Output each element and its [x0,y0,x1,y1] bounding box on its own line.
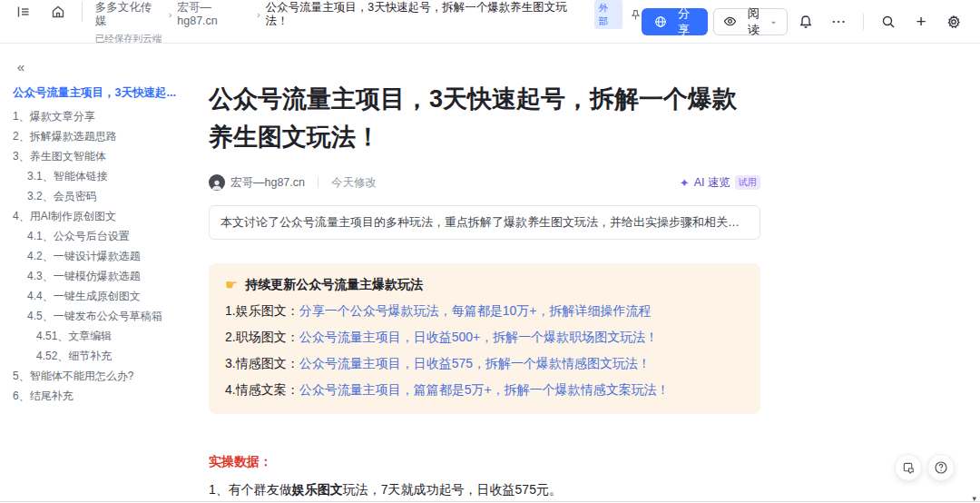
toc-item[interactable]: 4.51、文章编辑 [11,326,188,346]
pin-icon[interactable] [630,9,642,21]
globe-icon [654,15,667,28]
callout-block: ☛ 持续更新公众号流量主爆款玩法 1.娱乐图文：分享一个公众号爆款玩法，每篇都是… [209,263,760,414]
plus-glyph: + [916,12,926,32]
callout-item-prefix: 3.情感图文： [225,356,299,370]
data-line-post: 玩法，7天就成功起号，日收益575元。 [343,482,562,497]
callout-item-prefix: 2.职场图文： [225,330,299,344]
callout-item-prefix: 1.娱乐图文： [225,303,299,318]
last-modified: 今天修改 [331,175,377,191]
avatar [209,174,225,191]
outline-toggle-icon[interactable] [11,0,36,25]
callout-list-item: 2.职场图文：公众号流量主项目，日收益500+，拆解一个爆款职场图文玩法！ [225,327,744,347]
read-mode-label: 阅读 [741,5,765,38]
ai-preview-label: AI 速览 [694,175,730,191]
new-document-icon[interactable]: + [907,8,935,35]
breadcrumb-item-workspace[interactable]: 多多文化传媒 [95,1,163,28]
toc-item[interactable]: 4.2、一键设计爆款选题 [11,246,188,266]
toc-item[interactable]: 4.5、一键发布公众号草稿箱 [11,306,188,326]
toc-item[interactable]: 3.1、智能体链接 [11,166,188,186]
callout-list-item: 3.情感图文：公众号流量主项目，日收益575，拆解一个爆款情感图文玩法！ [225,353,744,373]
callout-item-link[interactable]: 公众号流量主项目，日收益500+，拆解一个爆款职场图文玩法！ [299,330,659,344]
breadcrumb: 多多文化传媒 › 宏哥—hg87.cn › 公众号流量主项目，3天快速起号，拆解… [95,0,642,45]
document-meta-row: 宏哥—hg87.cn 今天修改 ✦ AI 速览 试用 [209,174,760,191]
meta-divider [318,177,318,188]
breadcrumb-separator: › [257,8,260,22]
outline-sidebar: « 公众号流量主项目，3天快速起... 1、爆款文章分享 2、拆解爆款选题思路 … [0,44,195,503]
home-icon[interactable] [45,0,71,25]
callout-item-link[interactable]: 分享一个公众号爆款玩法，每篇都是10万+，拆解详细操作流程 [299,303,652,318]
practice-data-heading: 实操数据： [209,454,760,470]
pointing-finger-icon: ☛ [225,276,238,293]
callout-list-item: 4.情感文案：公众号流量主项目，篇篇都是5万+，拆解一个爆款情感文案玩法！ [225,380,744,399]
callout-item-link[interactable]: 公众号流量主项目，日收益575，拆解一个爆款情感图文玩法！ [299,356,651,370]
toc-item[interactable]: 3.2、会员密码 [11,186,188,206]
header-divider [82,2,83,22]
more-dots: ⋯ [831,13,847,30]
toc-item[interactable]: 5、智能体不能用怎么办? [11,366,188,386]
sidebar-collapse-icon[interactable]: « [11,56,31,76]
callout-item-link[interactable]: 公众号流量主项目，篇篇都是5万+，拆解一个爆款情感文案玩法！ [299,382,670,397]
data-line-pre: 1、有个群友做 [209,482,292,497]
more-menu-icon[interactable]: ⋯ [825,8,852,35]
callout-item-prefix: 4.情感文案： [225,382,299,397]
callout-title: 持续更新公众号流量主爆款玩法 [245,277,423,293]
top-bar: 多多文化传媒 › 宏哥—hg87.cn › 公众号流量主项目，3天快速起号，拆解… [0,0,980,44]
data-line-bold: 娱乐图文 [292,482,343,497]
page-title: 公众号流量主项目，3天快速起号，拆解一个爆款养生图文玩法！ [209,80,760,156]
chevron-down-icon: ⌄ [769,15,777,25]
window-bottom-edge [0,501,980,502]
toc-item[interactable]: 4、用AI制作原创图文 [11,206,188,226]
toc-item[interactable]: 4.52、细节补充 [11,346,188,366]
ai-summary-box[interactable]: 本文讨论了公众号流量主项目的多种玩法，重点拆解了爆款养生图文玩法，并给出实操步骤… [209,205,760,240]
practice-data-line: 1、有个群友做娱乐图文玩法，7天就成功起号，日收益575元。 [209,482,760,498]
feedback-icon[interactable] [895,454,922,481]
eye-icon [723,15,737,28]
search-icon[interactable] [875,8,902,35]
sparkle-icon: ✦ [680,176,690,190]
breadcrumb-item-folder[interactable]: 宏哥—hg87.cn [177,1,251,28]
scrollbar-down-arrow[interactable]: ▾ [972,494,976,503]
breadcrumb-item-document[interactable]: 公众号流量主项目，3天快速起号，拆解一个爆款养生图文玩法！ [266,1,589,28]
notifications-bell-icon[interactable] [793,8,820,35]
breadcrumb-separator: › [169,8,172,22]
toc-item[interactable]: 2、拆解爆款选题思路 [11,126,188,146]
share-button-label: 分享 [672,5,696,38]
toolbar-divider [863,14,864,30]
external-badge: 外部 [594,0,622,29]
toc-doc-title[interactable]: 公众号流量主项目，3天快速起... [13,85,188,101]
toc-item[interactable]: 4.4、一键生成原创图文 [11,286,188,306]
author-name[interactable]: 宏哥—hg87.cn [230,175,305,191]
toc-item[interactable]: 4.3、一键模仿爆款选题 [11,266,188,286]
help-icon[interactable] [927,454,955,481]
toc-item[interactable]: 4.1、公众号后台设置 [11,226,188,246]
document-canvas: 公众号流量主项目，3天快速起号，拆解一个爆款养生图文玩法！ 宏哥—hg87.cn… [195,44,980,503]
toc-item[interactable]: 1、爆款文章分享 [11,106,188,126]
toc-item[interactable]: 3、养生图文智能体 [11,146,188,166]
read-mode-button[interactable]: 阅读 ⌄ [713,8,787,35]
callout-list-item: 1.娱乐图文：分享一个公众号爆款玩法，每篇都是10万+，拆解详细操作流程 [225,301,744,321]
settings-gear-icon[interactable] [940,8,967,35]
share-button[interactable]: 分享 [642,8,709,35]
ai-preview-button[interactable]: ✦ AI 速览 试用 [680,175,760,191]
trial-badge: 试用 [735,175,760,190]
toc-item[interactable]: 6、结尾补充 [11,386,188,406]
